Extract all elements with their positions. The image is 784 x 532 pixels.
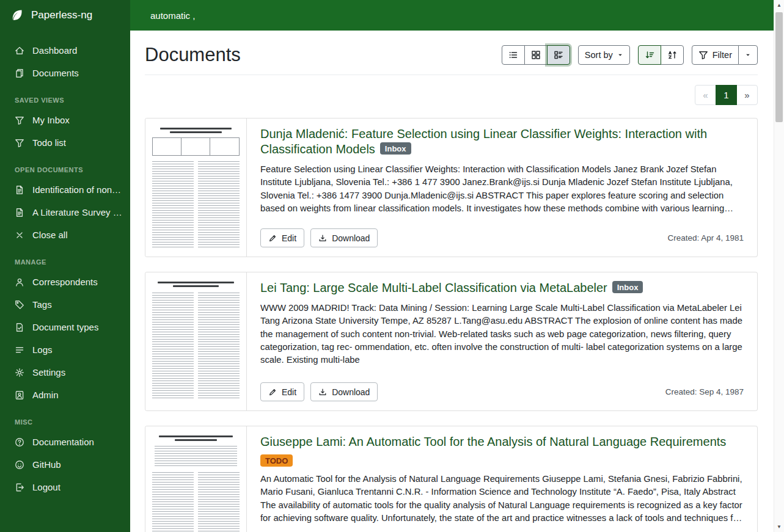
sidebar-nav: Dashboard Documents SAVED VIEWS My Inbox… bbox=[0, 31, 130, 498]
sidebar-item-open-document-2[interactable]: A Literature Survey on ... bbox=[0, 201, 130, 224]
search-input[interactable] bbox=[130, 0, 774, 31]
paperless-logo-icon bbox=[10, 8, 24, 23]
sort-alpha-button[interactable] bbox=[661, 45, 684, 65]
sidebar-item-github[interactable]: GitHub bbox=[0, 453, 130, 476]
document-card-body: Dunja Mladenić: Feature Selection using … bbox=[247, 118, 757, 257]
app-logo[interactable]: Paperless-ng bbox=[0, 0, 130, 31]
scrollbar-thumb[interactable] bbox=[775, 12, 783, 122]
sidebar-item-label: Identification of non-fu... bbox=[32, 184, 123, 195]
tag-badge[interactable]: Inbox bbox=[612, 281, 643, 293]
download-button[interactable]: Download bbox=[310, 228, 378, 247]
sidebar-item-logs[interactable]: Logs bbox=[0, 338, 130, 361]
download-button[interactable]: Download bbox=[310, 382, 378, 401]
sort-by-label: Sort by bbox=[585, 50, 613, 60]
pagination: « 1 » bbox=[145, 85, 758, 105]
thumbnail-preview bbox=[152, 282, 240, 400]
sidebar-item-label: Logout bbox=[32, 482, 60, 492]
document-title-link[interactable]: Dunja Mladenić: Feature Selection using … bbox=[260, 127, 707, 156]
scrollbar[interactable]: ▲ ▼ bbox=[774, 0, 784, 532]
tag-badge[interactable]: TODO bbox=[260, 454, 293, 467]
filter-caret-button[interactable] bbox=[738, 45, 758, 65]
sidebar-item-label: Logs bbox=[32, 344, 53, 355]
sidebar-item-label: Correspondents bbox=[32, 277, 98, 287]
sidebar-item-label: Documentation bbox=[32, 437, 94, 447]
topbar bbox=[130, 0, 774, 31]
logout-icon bbox=[15, 483, 24, 492]
document-card-footer: Edit Download Created: Sep 4, 1987 bbox=[260, 382, 744, 401]
sidebar-item-close-all[interactable]: Close all bbox=[0, 224, 130, 246]
current-page-button[interactable]: 1 bbox=[716, 85, 737, 105]
view-grid-button[interactable] bbox=[524, 45, 548, 65]
edit-button-label: Edit bbox=[282, 387, 296, 397]
document-card: Dunja Mladenić: Feature Selection using … bbox=[145, 118, 758, 257]
document-title-row: Dunja Mladenić: Feature Selection using … bbox=[260, 126, 744, 157]
sort-by-dropdown[interactable]: Sort by bbox=[578, 45, 630, 65]
page-header: Documents Sort by bbox=[145, 44, 758, 75]
scrollbar-down-arrow[interactable]: ▼ bbox=[774, 522, 784, 532]
sidebar-item-label: Documents bbox=[32, 68, 79, 78]
filter-label: Filter bbox=[713, 50, 732, 60]
grid-view-icon bbox=[531, 50, 541, 60]
sidebar-item-my-inbox[interactable]: My Inbox bbox=[0, 109, 130, 131]
view-list-button[interactable] bbox=[502, 45, 525, 65]
document-card-footer: Edit Download Created: Apr 4, 1981 bbox=[260, 228, 744, 247]
document-excerpt: Feature Selection using Linear Classifie… bbox=[260, 163, 744, 215]
sidebar-item-dashboard[interactable]: Dashboard bbox=[0, 39, 130, 62]
dashboard-icon bbox=[15, 46, 24, 56]
sidebar-item-settings[interactable]: Settings bbox=[0, 361, 130, 384]
view-toggle-group bbox=[502, 45, 570, 65]
document-thumbnail[interactable] bbox=[145, 272, 247, 410]
sidebar-item-documents[interactable]: Documents bbox=[0, 62, 130, 84]
sort-amount-down-icon bbox=[645, 50, 654, 60]
sidebar-item-document-types[interactable]: Document types bbox=[0, 316, 130, 338]
sidebar-item-correspondents[interactable]: Correspondents bbox=[0, 271, 130, 293]
sidebar-item-logout[interactable]: Logout bbox=[0, 476, 130, 498]
created-date: Created: Apr 4, 1981 bbox=[667, 233, 744, 242]
details-view-icon bbox=[554, 50, 563, 60]
page-title: Documents bbox=[145, 44, 241, 66]
filter-button[interactable]: Filter bbox=[692, 45, 739, 65]
sidebar-item-label: Admin bbox=[32, 390, 59, 400]
app-title: Paperless-ng bbox=[31, 9, 92, 21]
github-icon bbox=[15, 460, 24, 470]
caret-down-icon bbox=[745, 52, 751, 58]
sidebar-section-header: MISC bbox=[0, 406, 130, 431]
documents-toolbar: Sort by Filter bbox=[502, 45, 758, 65]
list-view-icon bbox=[508, 50, 518, 60]
scrollbar-up-arrow[interactable]: ▲ bbox=[774, 0, 784, 10]
sort-amount-down-button[interactable] bbox=[638, 45, 661, 65]
next-page-button[interactable]: » bbox=[736, 85, 758, 105]
sort-alpha-up-icon bbox=[667, 50, 677, 60]
sidebar-item-open-document-1[interactable]: Identification of non-fu... bbox=[0, 178, 130, 201]
logs-icon bbox=[15, 345, 24, 355]
file-check-icon bbox=[15, 322, 24, 332]
download-icon bbox=[318, 234, 327, 242]
person-icon bbox=[15, 277, 24, 287]
sidebar-item-tags[interactable]: Tags bbox=[0, 293, 130, 316]
document-thumbnail[interactable] bbox=[145, 426, 247, 532]
edit-button-label: Edit bbox=[282, 233, 296, 243]
edit-button[interactable]: Edit bbox=[260, 228, 304, 247]
funnel-icon bbox=[698, 50, 708, 60]
funnel-icon bbox=[15, 138, 24, 148]
edit-button[interactable]: Edit bbox=[260, 382, 304, 401]
sidebar-item-label: GitHub bbox=[32, 459, 61, 470]
tag-badge[interactable]: Inbox bbox=[380, 142, 411, 155]
sidebar-item-todo-list[interactable]: Todo list bbox=[0, 131, 130, 154]
sidebar-section-header: OPEN DOCUMENTS bbox=[0, 154, 130, 178]
sidebar-item-label: Tags bbox=[32, 299, 52, 310]
document-card-body: Lei Tang: Large Scale Multi-Label Classi… bbox=[247, 272, 757, 410]
document-list: Dunja Mladenić: Feature Selection using … bbox=[145, 118, 758, 532]
document-title-link[interactable]: Lei Tang: Large Scale Multi-Label Classi… bbox=[260, 281, 607, 294]
document-excerpt: An Automatic Tool for the Analysis of Na… bbox=[260, 473, 744, 525]
document-title-link[interactable]: Giuseppe Lami: An Automatic Tool for the… bbox=[260, 435, 726, 448]
created-date: Created: Sep 4, 1987 bbox=[665, 387, 744, 396]
sidebar-item-admin[interactable]: Admin bbox=[0, 384, 130, 406]
document-thumbnail[interactable] bbox=[145, 118, 247, 257]
view-details-button[interactable] bbox=[547, 45, 570, 65]
sidebar-item-documentation[interactable]: Documentation bbox=[0, 431, 130, 453]
file-text-icon bbox=[15, 208, 24, 217]
sidebar-item-label: Close all bbox=[32, 230, 68, 240]
prev-page-button[interactable]: « bbox=[695, 85, 716, 105]
caret-down-icon bbox=[617, 52, 623, 58]
